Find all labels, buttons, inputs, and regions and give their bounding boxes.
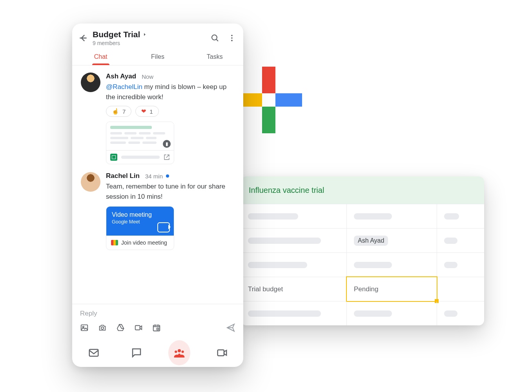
sheets-card: Influenza vaccine trial Ash Ayad [241,176,484,325]
space-subtitle: 9 members [93,40,206,46]
reaction-count: 7 [122,108,126,115]
drive-icon[interactable] [116,323,125,332]
sheets-title-row: Influenza vaccine trial [241,176,484,204]
mention[interactable]: @RachelLin [106,83,142,91]
plus-glyph [235,67,302,133]
join-meeting-button[interactable]: Join video meeting [106,236,174,250]
chat-phone: Budget Trial 9 members [72,24,243,367]
video-icon[interactable] [134,323,143,332]
cell-text: Trial budget [248,285,283,293]
emoji-heart-icon: ❤ [141,108,146,115]
chevron-right-icon [142,32,147,37]
message-text: Team, remember to tune in for our share … [106,181,235,201]
sheets-cell[interactable]: Trial budget [241,277,347,301]
tab-chat[interactable]: Chat [72,49,129,65]
message-list[interactable]: Ash Ayad Now @RachelLin my mind is blown… [72,65,243,304]
sheets-cell[interactable]: Ash Ayad [347,229,437,252]
nav-chat[interactable] [126,342,148,364]
svg-point-6 [101,327,104,329]
plus-arm-red [262,67,275,93]
sheets-cell[interactable] [241,253,347,277]
video-icon [157,222,170,232]
sheets-cell[interactable] [437,253,484,277]
sheets-row [241,204,484,228]
sheets-cell[interactable] [437,229,484,252]
sheets-cell[interactable] [347,301,437,325]
cell-text: Pending [354,285,378,293]
back-button[interactable] [78,33,89,44]
svg-point-13 [181,350,184,353]
attachment-preview: ▮ [106,122,174,150]
emoji-point-up-icon: ☝️ [112,108,119,115]
message: Ash Ayad Now @RachelLin my mind is blown… [72,71,243,171]
svg-point-1 [231,35,233,36]
svg-point-11 [178,349,181,352]
tabs: Chat Files Tasks [72,48,243,65]
sheets-cell[interactable] [437,204,484,228]
reaction-pill[interactable]: ☝️ 7 [106,106,131,117]
svg-point-3 [231,40,233,42]
search-icon[interactable] [210,33,220,43]
sheets-cell[interactable] [437,301,484,325]
message-text: @RachelLin my mind is blown – keep up th… [106,82,235,102]
sheets-row: Trial budget Pending [241,277,484,301]
space-title[interactable]: Budget Trial [93,30,140,39]
sheets-cell[interactable] [241,301,347,325]
nav-spaces[interactable] [168,342,190,364]
meet-attachment[interactable]: Video meeting Google Meet Join video mee… [106,206,174,250]
message-time: 34 min [145,173,169,180]
sheets-icon [110,154,117,161]
sheets-row: Ash Ayad [241,228,484,252]
tab-tasks[interactable]: Tasks [186,49,243,65]
sheets-row [241,252,484,277]
reaction-pill[interactable]: ❤ 1 [135,106,159,117]
sheets-cell[interactable] [347,253,437,277]
svg-rect-14 [217,350,224,356]
svg-rect-9 [157,328,159,330]
message-time: Now [142,73,153,80]
chat-header: Budget Trial 9 members [72,24,243,48]
message: Rachel Lin 34 min Team, remember to tune… [72,171,243,256]
bottom-nav [72,339,243,367]
tab-files[interactable]: Files [129,49,186,65]
message-author: Rachel Lin [106,172,140,180]
open-external-icon[interactable] [164,154,170,160]
svg-rect-4 [81,325,88,331]
sheets-attachment[interactable]: ▮ [106,122,174,164]
camera-icon[interactable] [98,323,107,332]
svg-rect-7 [135,326,140,330]
message-author: Ash Ayad [106,73,136,80]
svg-point-2 [231,37,233,39]
sheets-row [241,301,484,325]
more-icon[interactable] [228,34,236,42]
meet-icon [111,240,118,245]
attachment-type-badge-icon: ▮ [163,140,171,148]
join-meeting-label: Join video meeting [121,240,167,246]
svg-point-12 [175,350,177,353]
sheets-cell[interactable] [241,229,347,252]
sheets-cell-selected[interactable]: Pending [347,277,437,301]
avatar[interactable] [81,172,100,192]
sheets-title: Influenza vaccine trial [249,186,324,195]
reaction-count: 1 [149,108,153,115]
send-icon[interactable] [226,323,235,332]
compose-area: Reply [72,304,243,339]
meet-title: Video meeting [112,211,168,218]
calendar-icon[interactable] [152,323,161,332]
sheets-cell[interactable] [241,204,347,228]
image-icon[interactable] [80,323,89,332]
plus-arm-blue [275,93,302,107]
svg-point-0 [212,35,217,40]
sheets-cell[interactable] [437,277,484,301]
assignee-chip[interactable]: Ash Ayad [354,236,388,246]
avatar[interactable] [81,73,100,92]
nav-mail[interactable] [83,342,105,364]
plus-arm-green [262,107,275,133]
nav-meet[interactable] [211,342,233,364]
reply-input[interactable]: Reply [80,310,235,318]
sheets-grid[interactable]: Ash Ayad Trial budget Pending [241,204,484,325]
presence-dot-icon [166,174,169,178]
svg-rect-10 [89,349,98,356]
sheets-cell[interactable] [347,204,437,228]
